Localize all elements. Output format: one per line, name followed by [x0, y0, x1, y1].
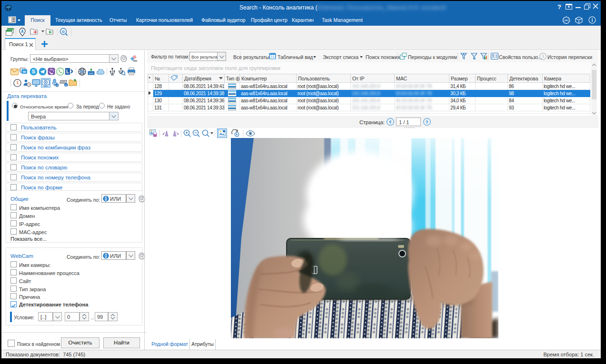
svg-text:FTP: FTP: [89, 72, 93, 75]
svg-text:API: API: [564, 19, 568, 22]
svg-text:ID: ID: [62, 30, 65, 33]
svg-text:HTTP: HTTP: [80, 71, 85, 73]
svg-text:S: S: [32, 69, 35, 74]
svg-text:IM: IM: [23, 70, 26, 73]
svg-text:i: i: [57, 83, 58, 87]
svg-text:i: i: [66, 83, 67, 87]
svg-text:L: L: [66, 69, 69, 74]
